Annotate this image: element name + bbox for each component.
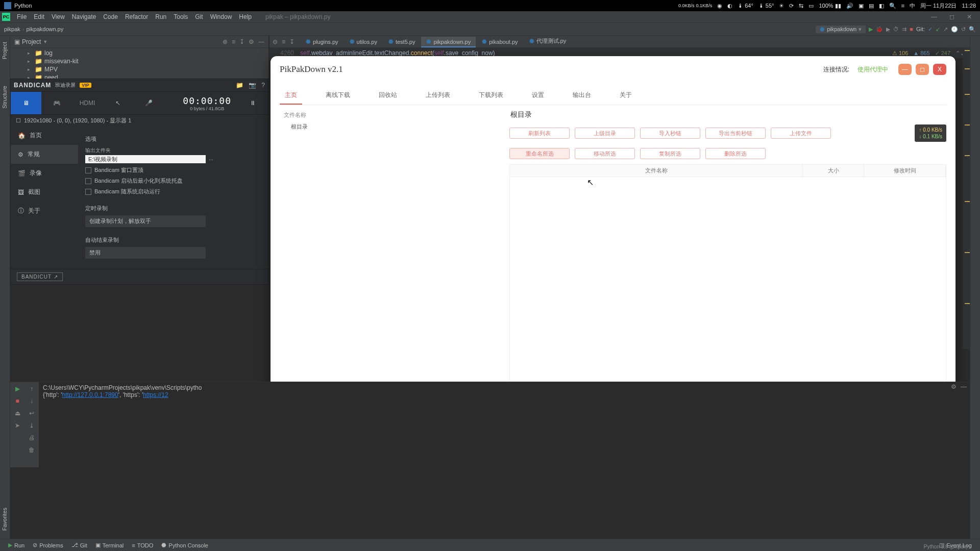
tab-output[interactable]: 输出台 [568, 87, 596, 105]
close-icon[interactable]: ✕ [961, 13, 978, 20]
inspection-warnings[interactable]: ⚠ 106 [892, 50, 908, 57]
mode-cursor[interactable]: ↖ [103, 92, 133, 114]
settings-icon[interactable]: ⚙ [951, 383, 957, 390]
inspection-typos[interactable]: ✓ 247 [935, 50, 950, 57]
git-update-icon[interactable]: ✓ [928, 26, 933, 33]
tab-about[interactable]: 关于 [615, 87, 637, 105]
mode-game[interactable]: 🎮 [41, 92, 72, 114]
menu-git[interactable]: Git [191, 13, 206, 20]
col-filename[interactable]: 文件名称 [510, 165, 803, 177]
tool-tab-structure[interactable]: Structure [0, 83, 9, 112]
run-config-selector[interactable]: ⬣pikpakdown▾ [816, 26, 866, 33]
debug-icon[interactable]: 🐞 [876, 26, 883, 33]
menu-refactor[interactable]: Refactor [121, 13, 152, 20]
menu-window[interactable]: Window [207, 13, 236, 20]
tab-home[interactable]: 主页 [280, 87, 302, 105]
editor-tab[interactable]: ⬣utilos.py [345, 37, 382, 47]
hide-icon[interactable]: — [961, 383, 967, 390]
tab-recycle[interactable]: 回收站 [374, 87, 402, 105]
os-indicator-icon[interactable]: ◐ [727, 3, 732, 9]
status-git[interactable]: ⎇ Git [67, 542, 91, 548]
tree-root-item[interactable]: 根目录 [280, 122, 500, 132]
status-problems[interactable]: ⊘ Problems [29, 542, 67, 548]
project-label[interactable]: Project [22, 38, 41, 45]
menu-view[interactable]: View [48, 13, 68, 20]
nav-fwd-icon[interactable]: ≡ [282, 38, 285, 45]
git-history-icon[interactable]: 🕘 [951, 26, 958, 33]
record-button[interactable]: ⏸ [237, 92, 268, 114]
editor-tab[interactable]: ⬣test5.py [383, 37, 421, 47]
mode-mic[interactable]: 🎤 [133, 92, 164, 114]
status-todo[interactable]: ≡ TODO [128, 542, 157, 548]
attach-icon[interactable]: ➤ [15, 422, 20, 429]
collapse-icon[interactable]: ↧ [239, 38, 244, 45]
menu-code[interactable]: Code [100, 13, 121, 20]
tab-offline[interactable]: 离线下载 [321, 87, 355, 105]
locate-icon[interactable]: ⊕ [223, 38, 228, 45]
maximize-icon[interactable]: ◻ [943, 13, 961, 20]
btn-refresh[interactable]: 刷新列表 [509, 128, 570, 139]
col-mtime[interactable]: 修改时间 [864, 165, 946, 177]
sidebar-video[interactable]: 🎬录像 [11, 164, 78, 183]
run-output[interactable]: C:\Users\WCY\PycharmProjects\pikpak\venv… [39, 382, 970, 467]
down-icon[interactable]: ↓ [30, 397, 33, 405]
tool-tab-project[interactable]: Project [0, 39, 9, 62]
git-rollback-icon[interactable]: ↺ [961, 26, 966, 33]
tab-upload-list[interactable]: 上传列表 [421, 87, 455, 105]
checkbox-icon[interactable]: ☐ [16, 117, 21, 124]
app-maximize-button[interactable]: ◻ [916, 64, 929, 75]
print-icon[interactable]: 🖨 [29, 434, 35, 441]
os-ime-icon[interactable]: 中 [910, 2, 915, 10]
sidebar-image[interactable]: 🖼截图 [11, 183, 78, 202]
editor-tab[interactable]: ⬣plugins.py [301, 37, 344, 47]
help-icon[interactable]: ? [261, 82, 265, 89]
btn-import-link[interactable]: 导入秒链 [640, 128, 700, 139]
btn-move[interactable]: 移动所选 [575, 148, 635, 159]
tab-download-list[interactable]: 下载列表 [474, 87, 508, 105]
minimize-icon[interactable]: — [925, 13, 943, 20]
btn-export-link[interactable]: 导出当前秒链 [705, 128, 766, 139]
status-terminal[interactable]: ▣ Terminal [91, 542, 128, 548]
pycharm-icon[interactable]: PC [2, 13, 10, 21]
os-volume-icon[interactable]: 🔊 [846, 3, 853, 9]
os-tray-icon[interactable]: ◧ [879, 3, 884, 9]
btn-delete[interactable]: 删除所选 [705, 148, 766, 159]
settings-icon[interactable]: ⚙ [249, 38, 254, 45]
git-commit-icon[interactable]: ↙ [936, 26, 940, 33]
menu-help[interactable]: Help [235, 13, 255, 20]
scroll-end-icon[interactable]: ⤓ [29, 422, 34, 429]
os-start-icon[interactable] [4, 2, 11, 9]
expand-icon[interactable]: ≡ [232, 38, 235, 45]
os-weather-icon[interactable]: ☀ [779, 3, 784, 9]
autoend-box[interactable]: 禁用 [85, 247, 206, 259]
col-size[interactable]: 大小 [803, 165, 864, 177]
output-link[interactable]: http://127.0.0.1:7890 [62, 391, 118, 398]
nav-back-icon[interactable]: ⊖ [273, 38, 278, 45]
stop-icon[interactable]: ■ [910, 26, 913, 32]
menu-run[interactable]: Run [152, 13, 170, 20]
rerun-icon[interactable]: ▶ [15, 385, 20, 392]
inspection-hints[interactable]: ▲ 865 [913, 50, 929, 57]
mode-screen[interactable]: 🖥 [11, 92, 41, 114]
clear-icon[interactable]: 🗑 [29, 446, 35, 454]
search-everywhere-icon[interactable]: 🔍 [969, 26, 976, 33]
editor-minimap[interactable] [963, 48, 970, 349]
chk-on-top[interactable]: Bandicam 窗口置顶 [85, 166, 261, 174]
interpreter-indicator[interactable]: Python 3.8 (pikpak) [924, 544, 968, 549]
project-tree[interactable]: ▸📁log ▸📁missevan-kit ▸📁MPV ▸📁need [10, 48, 268, 79]
soft-wrap-icon[interactable]: ↩ [29, 410, 34, 417]
os-search-icon[interactable]: 🔍 [889, 3, 896, 9]
tab-settings[interactable]: 设置 [527, 87, 549, 105]
exit-icon[interactable]: ⏏ [15, 410, 20, 417]
btn-up-dir[interactable]: 上级目录 [575, 128, 635, 139]
chk-minimize-tray[interactable]: Bandicam 启动后最小化到系统托盘 [85, 177, 261, 185]
camera-icon[interactable]: 📷 [249, 82, 256, 89]
output-folder-input[interactable] [85, 155, 206, 163]
btn-copy[interactable]: 复制所选 [640, 148, 700, 159]
os-display-icon[interactable]: ▭ [808, 3, 814, 9]
editor-tab[interactable]: ⬣代理测试.py [524, 36, 572, 47]
git-push-icon[interactable]: ↗ [943, 26, 948, 33]
menu-navigate[interactable]: Navigate [68, 13, 100, 20]
btn-upload[interactable]: 上传文件 [771, 128, 831, 139]
mode-device[interactable]: HDMI [72, 92, 103, 114]
